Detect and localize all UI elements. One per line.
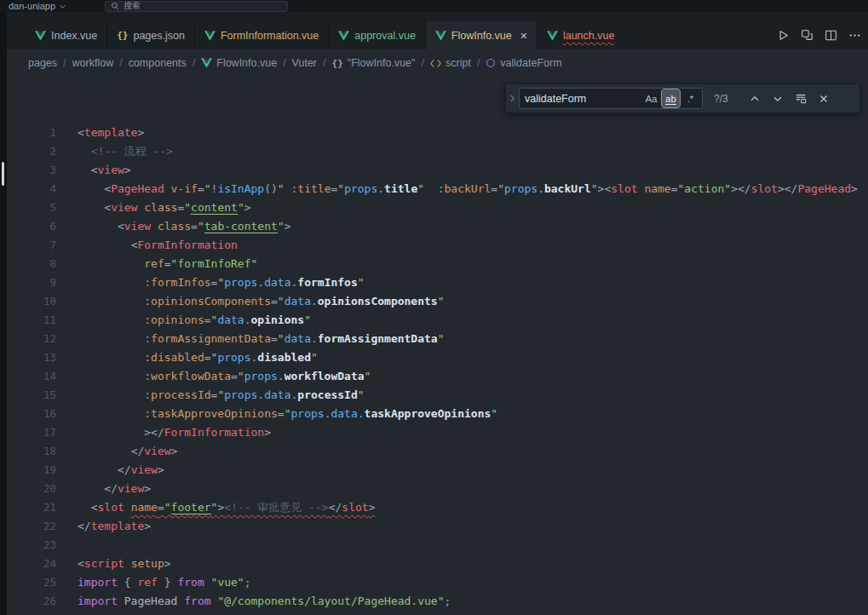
line-number: 23 <box>0 536 56 555</box>
code-area[interactable]: 1<template>2 <!-- 流程 -->3 <view>4 <PageH… <box>0 77 868 611</box>
chevron-down-icon <box>772 93 784 105</box>
breadcrumb-item[interactable]: validateForm <box>486 57 561 69</box>
editor-tab[interactable]: {}pages.json <box>107 21 195 49</box>
split-editor-icon <box>825 29 837 42</box>
close-icon[interactable]: × <box>520 30 527 42</box>
breadcrumb-item[interactable]: FlowInfo.vue <box>201 57 277 69</box>
editor[interactable]: Aa ab .* ?/3 1<template>2 <!-- 流程 -->3 <… <box>0 77 868 615</box>
json-icon: {} <box>117 30 128 41</box>
code-line[interactable]: 3 <view> <box>0 161 868 180</box>
line-number: 21 <box>0 498 56 517</box>
code-text: :disabled="props.disabled" <box>78 348 868 367</box>
regex-button[interactable]: .* <box>681 89 699 107</box>
breadcrumb-item[interactable]: pages <box>28 57 57 69</box>
split-editor-button[interactable] <box>820 26 841 46</box>
find-collapse-toggle[interactable] <box>506 84 519 112</box>
code-line[interactable]: 2 <!-- 流程 --> <box>0 142 868 161</box>
editor-tab[interactable]: Index.vue <box>26 21 107 49</box>
tab-label: launch.vue <box>563 30 614 42</box>
symbol-method-icon <box>486 58 496 68</box>
code-line[interactable]: 4 <PageHead v-if="!isInApp()" :title="pr… <box>0 180 868 198</box>
code-line[interactable]: 21 <slot name="footer"><!-- 审批意见 --></sl… <box>0 498 868 517</box>
breadcrumb-separator: / <box>119 57 122 69</box>
line-number: 8 <box>0 255 56 273</box>
code-line[interactable]: 26import PageHead from "@/components/lay… <box>0 592 868 611</box>
code-line[interactable]: 19 </view> <box>0 461 868 480</box>
titlebar-search[interactable]: 搜索 <box>105 1 288 12</box>
editor-tab[interactable]: FlowInfo.vue× <box>426 21 537 49</box>
code-text: </view> <box>78 480 868 498</box>
chevron-right-icon <box>509 95 516 102</box>
code-line[interactable]: 9 :formInfos="props.data.formInfos" <box>0 273 868 292</box>
previous-match-button[interactable] <box>744 89 764 108</box>
code-line[interactable]: 23 <box>0 536 868 555</box>
workspace-menu[interactable]: dan-uniapp <box>9 1 66 11</box>
editor-tab[interactable]: launch.vue <box>537 21 624 49</box>
editor-tab[interactable]: approval.vue <box>329 21 426 49</box>
find-in-selection-button[interactable] <box>790 89 810 108</box>
whole-word-button[interactable]: ab <box>662 89 680 107</box>
code-text: :opinions="data.opinions" <box>78 311 868 330</box>
vue-icon <box>204 31 216 41</box>
breadcrumb: pages/workflow/components/FlowInfo.vue/V… <box>0 49 868 77</box>
code-line[interactable]: 13 :disabled="props.disabled" <box>0 348 868 367</box>
breadcrumb-item[interactable]: components <box>129 57 187 69</box>
play-icon <box>777 29 790 42</box>
breadcrumb-label: workflow <box>72 57 114 69</box>
match-case-button[interactable]: Aa <box>642 89 660 107</box>
line-number: 11 <box>0 311 56 330</box>
next-match-button[interactable] <box>767 89 787 108</box>
search-placeholder: 搜索 <box>124 0 141 12</box>
line-number: 10 <box>0 292 56 311</box>
line-number: 18 <box>0 442 56 461</box>
code-line[interactable]: 25import { ref } from "vue"; <box>0 573 868 592</box>
code-text: <view> <box>78 161 868 180</box>
code-text: </view> <box>78 442 868 461</box>
code-line[interactable]: 16 :taskApproveOpinions="props.data.task… <box>0 405 868 423</box>
code-text: :formAssignmentData="data.formAssignment… <box>78 330 868 348</box>
more-actions-button[interactable] <box>844 26 865 46</box>
breadcrumb-item[interactable]: workflow <box>72 57 114 69</box>
code-line[interactable]: 18 </view> <box>0 442 868 461</box>
open-changes-button[interactable] <box>796 26 817 46</box>
workspace-name: dan-uniapp <box>9 1 55 11</box>
vue-icon <box>435 31 446 41</box>
code-text: :opinionsComponents="data.opinionsCompon… <box>78 292 868 311</box>
code-text: <view class="content"> <box>78 198 868 217</box>
tab-label: pages.json <box>133 30 184 42</box>
code-line[interactable]: 5 <view class="content"> <box>0 198 868 217</box>
code-line[interactable]: 11 :opinions="data.opinions" <box>0 311 868 330</box>
editor-tab[interactable]: FormInformation.vue <box>195 21 329 49</box>
code-text: <slot name="footer"><!-- 审批意见 --></slot> <box>78 498 868 517</box>
find-input[interactable] <box>525 93 641 105</box>
code-line[interactable]: 10 :opinionsComponents="data.opinionsCom… <box>0 292 868 311</box>
code-line[interactable]: 15 :processId="props.data.processId" <box>0 386 868 405</box>
line-number: 6 <box>0 217 56 236</box>
code-line[interactable]: 24<script setup> <box>0 555 868 573</box>
code-text: <script setup> <box>78 555 868 573</box>
code-line[interactable]: 7 <FormInformation <box>0 236 868 255</box>
code-line[interactable]: 17 ></FormInformation> <box>0 423 868 442</box>
tab-label: Index.vue <box>51 30 97 42</box>
run-button[interactable] <box>773 26 793 46</box>
line-number: 26 <box>0 592 56 611</box>
code-line[interactable]: 20 </view> <box>0 480 868 498</box>
code-line[interactable]: 6 <view class="tab-content"> <box>0 217 868 236</box>
tab-bar: Index.vue{}pages.jsonFormInformation.vue… <box>0 12 868 49</box>
breadcrumb-item[interactable]: script <box>430 57 471 69</box>
line-number: 22 <box>0 517 56 536</box>
breadcrumb-item[interactable]: {}"FlowInfo.vue" <box>332 57 416 69</box>
line-number: 4 <box>0 180 56 198</box>
find-close-button[interactable] <box>813 89 833 108</box>
code-line[interactable]: 22</template> <box>0 517 868 536</box>
line-number: 12 <box>0 330 56 348</box>
code-line[interactable]: 12 :formAssignmentData="data.formAssignm… <box>0 330 868 348</box>
code-line[interactable]: 14 :workflowData="props.workflowData" <box>0 367 868 386</box>
breadcrumb-item[interactable]: Vuter <box>292 57 317 69</box>
breadcrumb-separator: / <box>193 57 195 69</box>
code-line[interactable]: 1<template> <box>0 124 868 142</box>
tab-label: FlowInfo.vue <box>451 30 512 42</box>
code-line[interactable]: 8 ref="formInfoRef" <box>0 255 868 273</box>
find-in-selection-icon <box>795 93 807 105</box>
whole-word-label: ab <box>665 94 676 104</box>
